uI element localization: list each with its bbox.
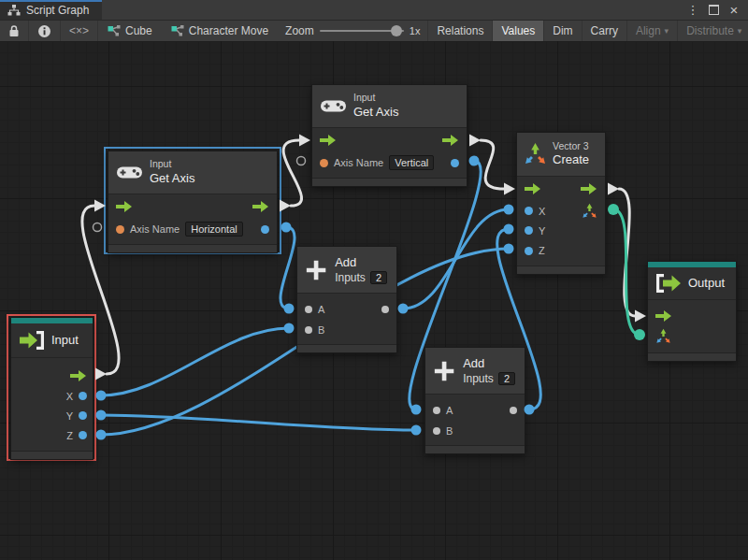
a-port-dot[interactable] <box>305 306 312 313</box>
node-vector3-create[interactable]: Vector 3 Create X Y Z <box>516 132 606 275</box>
node-header[interactable]: Add Inputs 2 <box>425 348 525 395</box>
node-graph-output[interactable]: Output <box>647 261 737 362</box>
inspect-button[interactable] <box>29 21 61 41</box>
flow-out-arrow-icon[interactable] <box>442 135 459 146</box>
align-label: Align <box>636 24 661 37</box>
string-port-dot[interactable] <box>320 159 328 167</box>
graph-input-icon <box>19 330 45 351</box>
b-port-row: B <box>425 421 525 440</box>
title-bar: Script Graph ⋮ × <box>0 0 748 21</box>
flow-out-arrow-icon[interactable] <box>581 183 597 194</box>
node-get-axis-vertical[interactable]: Input Get Axis Axis Name Vertical <box>311 84 468 187</box>
code-view-button[interactable]: <×> <box>61 21 98 41</box>
result-port-dot[interactable] <box>451 159 459 167</box>
script-graph-window: Script Graph ⋮ × <×> <box>0 0 748 560</box>
vector3-icon <box>524 142 547 166</box>
axis-name-row: Axis Name Vertical <box>312 152 467 173</box>
zoom-slider-handle[interactable] <box>391 25 402 36</box>
flow-ports-row <box>517 177 605 201</box>
sum-port-dot[interactable] <box>381 306 389 313</box>
z-port-dot[interactable] <box>79 431 87 439</box>
lock-icon <box>8 24 20 37</box>
node-add-1[interactable]: Add Inputs 2 A B <box>296 246 397 353</box>
a-port-dot[interactable] <box>433 407 440 414</box>
values-button[interactable]: Values <box>493 21 544 41</box>
node-header[interactable]: Input Get Axis <box>312 85 467 128</box>
b-port-dot[interactable] <box>433 427 440 435</box>
node-footer <box>648 352 736 361</box>
active-tab-accent <box>0 0 102 2</box>
dim-button[interactable]: Dim <box>544 21 582 41</box>
flow-in-arrow-icon[interactable] <box>655 310 672 322</box>
maximize-icon[interactable] <box>705 3 722 18</box>
node-header[interactable]: Add Inputs 2 <box>297 247 396 294</box>
flow-in-arrow-icon[interactable] <box>116 201 133 212</box>
graph-output-icon <box>655 273 682 294</box>
axis-name-row: Axis Name Horizontal <box>108 219 277 239</box>
node-header[interactable]: Vector 3 Create <box>517 133 605 177</box>
flow-ports-row <box>108 194 277 219</box>
node-footer <box>425 445 525 453</box>
a-port-row: A <box>425 400 525 421</box>
zoom-value: 1x <box>410 25 421 36</box>
inputs-count-field[interactable]: 2 <box>370 271 387 284</box>
plus-icon <box>433 359 455 383</box>
zoom-control: Zoom 1x <box>278 24 427 37</box>
result-port-dot[interactable] <box>261 225 269 234</box>
flow-in-arrow-icon[interactable] <box>525 183 541 194</box>
axis-name-value-field[interactable]: Vertical <box>389 155 434 170</box>
node-category: Input <box>150 158 194 171</box>
relations-button[interactable]: Relations <box>428 21 493 41</box>
code-icon: <×> <box>69 24 89 37</box>
flow-out-arrow-icon[interactable] <box>70 370 87 381</box>
node-get-axis-horizontal[interactable]: Input Get Axis Axis Name Horizontal <box>108 151 278 253</box>
node-title: Input <box>51 333 79 349</box>
inputs-count-field[interactable]: 2 <box>498 372 515 385</box>
value-in-row <box>648 326 736 347</box>
z-port-row: Z <box>517 240 605 261</box>
node-title: Get Axis <box>353 105 398 121</box>
node-title: Create <box>553 152 589 168</box>
node-footer <box>312 178 467 186</box>
node-add-2[interactable]: Add Inputs 2 A B <box>424 347 525 454</box>
zoom-slider[interactable] <box>320 30 404 32</box>
breadcrumb-character-move[interactable]: Character Move <box>162 21 278 41</box>
z-port-dot[interactable] <box>525 247 533 255</box>
flow-in-arrow-icon[interactable] <box>320 135 337 146</box>
menu-icon[interactable]: ⋮ <box>684 3 701 18</box>
flow-out-arrow-icon[interactable] <box>252 201 269 212</box>
node-header[interactable]: Input <box>11 323 93 357</box>
align-dropdown[interactable]: Align ▾ <box>627 21 678 41</box>
distribute-dropdown[interactable]: Distribute ▾ <box>678 21 748 41</box>
b-port-dot[interactable] <box>305 326 312 334</box>
breadcrumb-cube[interactable]: Cube <box>98 21 162 41</box>
vector3-input-icon[interactable] <box>655 328 671 345</box>
graph-node-icon <box>171 25 184 36</box>
string-port-dot[interactable] <box>116 225 124 234</box>
node-graph-input[interactable]: Input X Y Z <box>10 317 94 460</box>
maximize-glyph <box>709 5 719 15</box>
port-label: X <box>539 206 545 217</box>
gamepad-icon <box>321 98 346 114</box>
vector3-output-icon[interactable] <box>582 203 597 220</box>
x-port-dot[interactable] <box>525 207 533 215</box>
node-footer <box>11 451 93 459</box>
sum-port-dot[interactable] <box>510 407 517 414</box>
tab-script-graph[interactable]: Script Graph <box>0 0 102 20</box>
graph-hierarchy-icon <box>7 5 21 16</box>
a-port-row: A <box>297 299 396 320</box>
node-header[interactable]: Output <box>648 267 736 299</box>
tab-title: Script Graph <box>26 4 89 17</box>
lock-button[interactable] <box>0 21 29 41</box>
carry-button[interactable]: Carry <box>583 21 627 41</box>
y-port-dot[interactable] <box>525 226 533 235</box>
x-port-dot[interactable] <box>79 392 87 400</box>
port-label: Y <box>66 410 73 422</box>
chevron-down-icon: ▾ <box>738 26 742 36</box>
node-footer <box>297 344 396 352</box>
breadcrumb-label: Cube <box>125 24 152 37</box>
y-port-dot[interactable] <box>79 411 87 420</box>
close-icon[interactable]: × <box>726 3 742 18</box>
node-header[interactable]: Input Get Axis <box>108 151 277 194</box>
axis-name-value-field[interactable]: Horizontal <box>185 222 243 237</box>
